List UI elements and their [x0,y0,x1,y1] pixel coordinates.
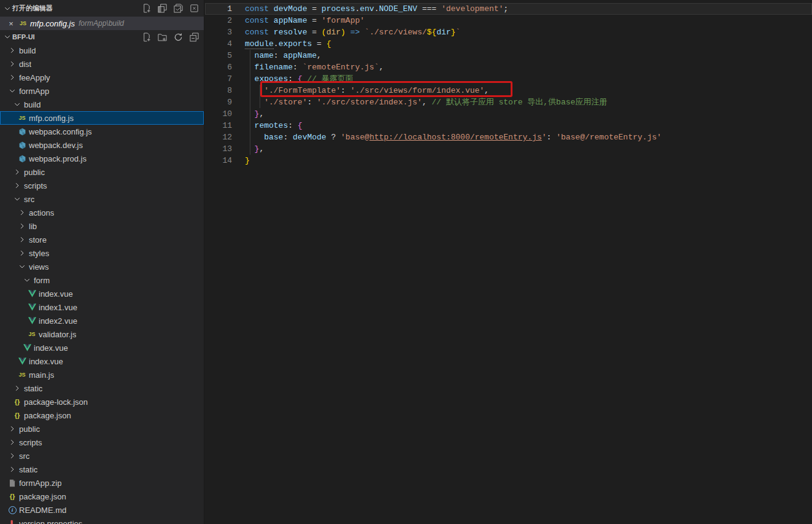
json-file-icon: {} [7,491,17,501]
vue-file-icon [17,356,27,366]
code-line-7[interactable]: exposes: { // 暴露页面 [205,73,812,85]
toggle-editor-layout-icon[interactable] [157,4,167,14]
explorer-root-header[interactable]: BFP-UI [0,30,204,44]
tree-folder-styles[interactable]: styles [0,246,204,260]
chevron-right-icon [7,464,17,474]
tree-folder-lib[interactable]: lib [0,219,204,233]
tree-file-version.properties[interactable]: version.properties [0,517,204,524]
tree-file-webpack.prod.js[interactable]: webpack.prod.js [0,152,204,165]
explorer-sidebar: 打开的编辑器 × JS mfp.config.js formApp\build … [0,0,204,524]
tree-file-mfp.config.js[interactable]: JSmfp.config.js [0,111,204,125]
tree-file-formApp.zip[interactable]: formApp.zip [0,476,204,490]
json-file-icon: {} [12,397,22,407]
code-line-11[interactable]: remotes: { [205,120,812,131]
tree-folder-static[interactable]: static [0,381,204,395]
chevron-right-icon [7,45,17,55]
refresh-explorer-icon[interactable] [173,32,183,42]
tree-item-label: feeApply [19,73,50,82]
code-line-3[interactable]: const resolve = (dir) => `./src/views/${… [205,26,812,38]
tree-file-webpack.dev.js[interactable]: webpack.dev.js [0,138,204,152]
chevron-right-icon [7,424,17,434]
tree-folder-actions[interactable]: actions [0,206,204,219]
webpack-file-icon [17,140,27,150]
tree-file-index.vue[interactable]: index.vue [0,354,204,368]
open-editors-header[interactable]: 打开的编辑器 [0,0,204,17]
tree-item-label: main.js [29,370,54,380]
tree-folder-src[interactable]: src [0,192,204,206]
tree-item-label: public [24,168,45,177]
tree-file-webpack.config.js[interactable]: webpack.config.js [0,125,204,138]
tree-folder-store[interactable]: store [0,233,204,246]
tree-item-label: actions [29,208,54,217]
chevron-down-icon [12,100,22,109]
tree-file-README.md[interactable]: iREADME.md [0,503,204,517]
code-line-8[interactable]: './FormTemplate': './src/views/form/inde… [205,85,812,96]
code-line-9[interactable]: './store': './src/store/index.js', // 默认… [205,96,812,108]
tree-item-label: package-lock.json [24,397,88,407]
vue-file-icon [27,302,37,312]
tree-folder-public[interactable]: public [0,165,204,179]
code-line-12[interactable]: base: devMode ? 'base@http://localhost:8… [205,131,812,143]
tree-folder-dist[interactable]: dist [0,57,204,71]
new-untitled-file-icon[interactable] [141,4,151,14]
close-all-editors-icon[interactable] [189,4,199,14]
tree-file-index.vue[interactable]: index.vue [0,287,204,300]
code-line-10[interactable]: }, [205,108,812,120]
tree-item-label: index.vue [29,357,63,366]
js-file-icon: JS [20,20,26,26]
open-editor-path: formApp\build [79,19,124,28]
tree-folder-src[interactable]: src [0,449,204,463]
tree-file-index2.vue[interactable]: index2.vue [0,314,204,327]
chevron-right-icon [7,451,17,461]
open-editor-item[interactable]: × JS mfp.config.js formApp\build [0,17,204,30]
tree-file-index.vue[interactable]: index.vue [0,341,204,354]
tree-file-validator.js[interactable]: JSvalidator.js [0,327,204,341]
explorer-tree: builddistfeeApplyformAppbuildJSmfp.confi… [0,44,204,524]
collapse-folders-icon[interactable] [189,32,199,42]
vue-file-icon [22,343,32,353]
tree-folder-feeApply[interactable]: feeApply [0,71,204,84]
tree-file-main.js[interactable]: JSmain.js [0,368,204,381]
chevron-down-icon [2,6,12,12]
code-line-14[interactable]: } [205,155,812,166]
tree-folder-build[interactable]: build [0,44,204,57]
open-editors-title: 打开的编辑器 [12,4,53,13]
new-file-icon[interactable] [141,32,151,42]
tree-item-label: mfp.config.js [29,114,74,123]
tree-item-label: src [24,195,34,204]
tree-file-package.json[interactable]: {}package.json [0,490,204,503]
tree-item-label: formApp [19,87,49,96]
code-content[interactable]: const devMode = process.env.NODE_ENV ===… [205,3,812,166]
tree-item-label: README.md [19,506,66,515]
chevron-right-icon [17,248,27,258]
tree-file-package-lock.json[interactable]: {}package-lock.json [0,395,204,409]
explorer-actions [141,30,199,44]
code-line-6[interactable]: filename: `remoteEntry.js`, [205,61,812,73]
code-line-5[interactable]: name: appName, [205,50,812,61]
vue-file-icon [27,289,37,299]
code-editor[interactable]: 1234567891011121314 const devMode = proc… [205,0,812,524]
tree-folder-static[interactable]: static [0,463,204,476]
tree-folder-views[interactable]: views [0,260,204,273]
new-folder-icon[interactable] [157,32,167,42]
tree-item-label: scripts [24,181,47,190]
tree-item-label: src [19,452,29,461]
tree-folder-scripts[interactable]: scripts [0,179,204,192]
tree-folder-build[interactable]: build [0,98,204,111]
tree-file-package.json[interactable]: {}package.json [0,409,204,422]
tree-folder-public[interactable]: public [0,422,204,436]
code-line-2[interactable]: const appName = 'formApp' [205,15,812,26]
chevron-down-icon [17,262,27,272]
close-icon[interactable]: × [6,18,16,28]
tree-item-label: scripts [19,438,42,447]
save-all-icon[interactable] [173,4,183,14]
tree-item-label: lib [29,222,37,231]
tree-item-label: dist [19,60,31,69]
tree-folder-formApp[interactable]: formApp [0,84,204,98]
code-line-4[interactable]: module.exports = { [205,38,812,50]
tree-file-index1.vue[interactable]: index1.vue [0,300,204,314]
code-line-13[interactable]: }, [205,143,812,155]
tree-folder-form[interactable]: form [0,273,204,287]
code-line-1[interactable]: const devMode = process.env.NODE_ENV ===… [205,3,812,15]
tree-folder-scripts[interactable]: scripts [0,436,204,449]
